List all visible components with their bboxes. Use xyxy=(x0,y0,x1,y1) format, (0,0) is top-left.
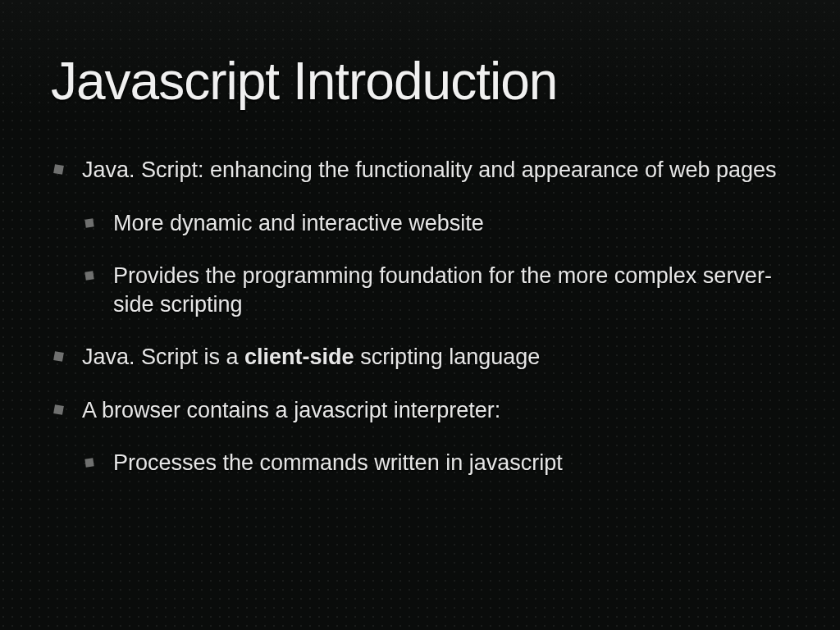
sub-list: More dynamic and interactive website Pro… xyxy=(82,209,789,319)
list-item: Java. Script is a client-side scripting … xyxy=(51,343,789,372)
text-fragment: scripting language xyxy=(354,345,541,369)
sub-list: Processes the commands written in javasc… xyxy=(82,449,789,477)
list-item: Java. Script: enhancing the functionalit… xyxy=(51,156,789,185)
bold-text: client-side xyxy=(244,345,354,369)
list-subgroup: Processes the commands written in javasc… xyxy=(51,449,789,477)
list-item: Provides the programming foundation for … xyxy=(82,262,789,318)
list-subgroup: li[data-name="list-subgroup"]::before{di… xyxy=(51,209,789,319)
slide-title: Javascript Introduction xyxy=(51,51,789,112)
bullet-list: Java. Script: enhancing the functionalit… xyxy=(51,156,789,477)
text-fragment: Java. Script is a xyxy=(82,345,244,369)
list-item: More dynamic and interactive website xyxy=(82,209,789,238)
list-item: A browser contains a javascript interpre… xyxy=(51,396,789,425)
list-item: Processes the commands written in javasc… xyxy=(82,449,789,477)
